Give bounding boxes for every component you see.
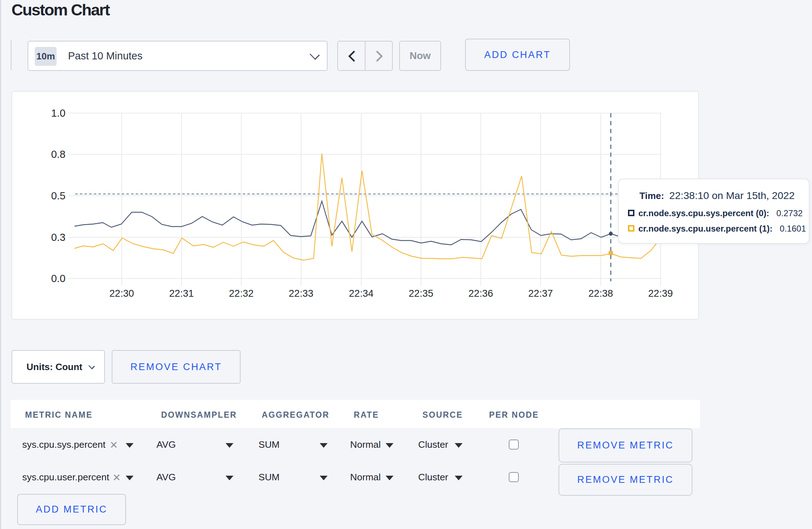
svg-text:22:34: 22:34	[349, 288, 374, 299]
svg-text:22:37: 22:37	[528, 288, 553, 299]
svg-text:22:39: 22:39	[648, 288, 673, 299]
svg-text:0.5: 0.5	[51, 190, 66, 202]
svg-text:0.0: 0.0	[51, 273, 66, 284]
svg-text:22:35: 22:35	[409, 288, 434, 299]
svg-text:22:33: 22:33	[289, 288, 314, 299]
svg-text:22:36: 22:36	[469, 288, 493, 299]
svg-text:1.0: 1.0	[51, 107, 66, 119]
svg-text:22:31: 22:31	[169, 288, 194, 299]
svg-text:22:32: 22:32	[229, 288, 254, 299]
svg-text:22:30: 22:30	[110, 288, 134, 299]
svg-text:0.8: 0.8	[51, 149, 66, 160]
svg-text:22:38: 22:38	[589, 288, 613, 299]
svg-text:0.3: 0.3	[51, 232, 66, 243]
